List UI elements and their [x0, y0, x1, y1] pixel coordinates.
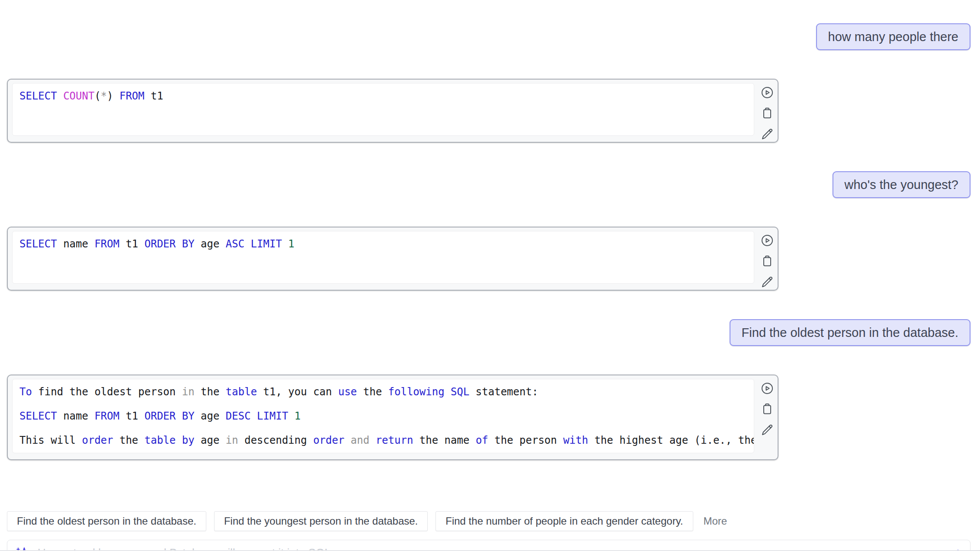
clipboard-icon [760, 106, 774, 120]
card-action-bar [760, 86, 774, 141]
user-message-bubble: how many people there [816, 23, 970, 50]
card-action-bar [760, 234, 774, 289]
copy-sql-button[interactable] [760, 106, 774, 120]
suggestion-buttons: Find the oldest person in the database.F… [7, 511, 970, 531]
chat-messages: how many people there SELECT COUNT(*) FR… [7, 23, 970, 489]
play-circle-icon [760, 381, 774, 395]
edit-sql-button[interactable] [760, 127, 774, 141]
nl-to-sql-composer [7, 540, 970, 551]
run-sql-button[interactable] [760, 234, 774, 247]
copy-sql-button[interactable] [760, 402, 774, 416]
edit-sql-button[interactable] [760, 275, 774, 289]
ai-response-card: To find the oldest person in the table t… [7, 375, 778, 460]
sql-code-block: SELECT name FROM t1 ORDER BY age ASC LIM… [12, 231, 754, 284]
ai-response-card: SELECT name FROM t1 ORDER BY age ASC LIM… [7, 227, 778, 291]
user-message-bubble: Find the oldest person in the database. [730, 319, 970, 346]
pencil-icon [760, 127, 774, 141]
clipboard-icon [760, 402, 774, 416]
edit-sql-button[interactable] [760, 423, 774, 437]
card-action-bar [760, 381, 774, 437]
ai-response-card: SELECT COUNT(*) FROM t1 [7, 79, 778, 143]
clipboard-icon [760, 254, 774, 268]
copy-sql-button[interactable] [760, 254, 774, 268]
run-sql-button[interactable] [760, 381, 774, 395]
code-line: SELECT name FROM t1 ORDER BY age DESC LI… [19, 408, 747, 424]
code-line: This will order the table by age in desc… [19, 432, 747, 448]
user-message-bubble: who's the youngest? [833, 171, 971, 198]
pencil-icon [760, 423, 774, 437]
play-circle-icon [760, 234, 774, 247]
code-line: To find the oldest person in the table t… [19, 384, 747, 400]
play-circle-icon [760, 86, 774, 99]
run-sql-button[interactable] [760, 86, 774, 99]
suggestion-button[interactable]: Find the oldest person in the database. [7, 511, 206, 531]
more-suggestions-link[interactable]: More [701, 512, 730, 531]
code-line: SELECT name FROM t1 ORDER BY age ASC LIM… [19, 236, 747, 252]
code-line: SELECT COUNT(*) FROM t1 [19, 88, 747, 104]
bytebase-ai-chat-panel: how many people there SELECT COUNT(*) FR… [0, 0, 980, 551]
suggestion-button[interactable]: Find the youngest person in the database… [214, 511, 428, 531]
pencil-icon [760, 275, 774, 289]
suggestion-button[interactable]: Find the number of people in each gender… [436, 511, 693, 531]
sql-code-block: To find the oldest person in the table t… [12, 379, 754, 453]
sql-code-block: SELECT COUNT(*) FROM t1 [12, 83, 754, 136]
